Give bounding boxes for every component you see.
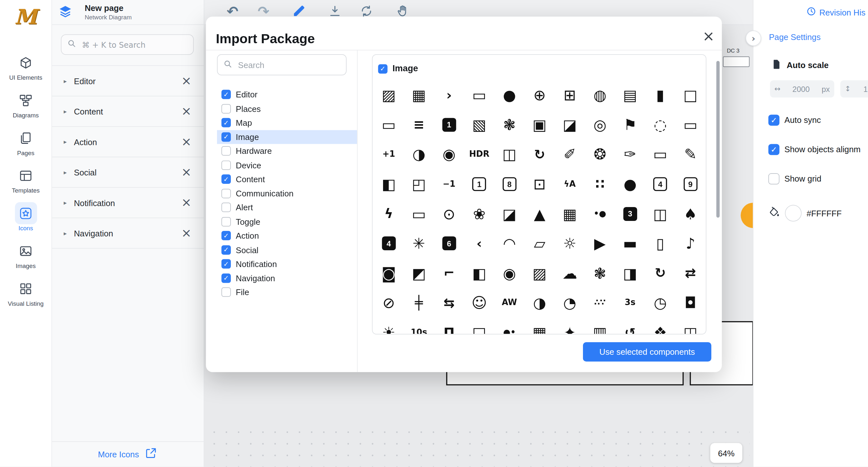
sidebar-item-visual-listing[interactable]: Visual Listing [0,274,52,311]
filter-8-icon[interactable]: 8 [498,173,521,195]
export-icon[interactable] [145,447,157,462]
broken-image-icon[interactable]: ◫ [679,321,702,334]
category-communication[interactable]: Communication [217,186,357,200]
assistant-photo-icon[interactable]: ⚑ [619,114,641,136]
rotate-right-icon[interactable]: ↻ [649,262,671,284]
slideshow-icon[interactable]: ▶ [589,232,611,255]
sidebar-item-pages[interactable]: Pages [0,123,52,161]
checkbox[interactable]: ✓ [221,274,231,283]
wallpaper-icon[interactable]: ◩ [408,262,430,284]
flash-auto-icon[interactable]: ϟA [559,173,581,195]
add-a-photo-icon[interactable]: ⊕ [528,84,551,106]
sidebar-item-images[interactable]: Images [0,236,52,274]
crop-icon[interactable]: ⌐ [438,262,460,284]
wb-cloudy-icon[interactable]: ☁ [559,262,581,284]
category-file[interactable]: File [217,285,357,299]
checkbox[interactable] [221,217,231,226]
photo-size-select-large-icon[interactable]: ◧ [468,262,490,284]
camera-icon[interactable]: ❂ [589,144,611,166]
grain-icon[interactable]: ∷ [589,173,611,195]
category-content[interactable]: ✓ Content [217,172,357,186]
category-social[interactable]: ✓ Social [217,243,357,257]
remove-red-eye-icon[interactable]: ◉ [498,262,521,284]
timer-3-icon[interactable]: 3s [619,292,641,314]
edit-icon[interactable]: ✎ [679,144,702,166]
checkbox[interactable] [221,203,231,212]
category-image[interactable]: ✓ Image [217,130,357,144]
sidebar-item-templates[interactable]: Templates [0,161,52,198]
revision-history-button[interactable]: Revision His [806,6,865,19]
paint-bucket-icon[interactable] [768,206,780,221]
gradient-icon[interactable]: ▧ [468,114,490,136]
burst-mode-icon[interactable]: ▨ [378,84,400,106]
music-note-icon[interactable]: ♪ [679,232,702,255]
checkbox[interactable] [221,287,231,297]
remove-section-icon[interactable]: × [181,105,191,117]
use-selected-components-button[interactable]: Use selected components [583,342,711,362]
modal-search[interactable] [217,54,347,75]
category-alert[interactable]: Alert [217,200,357,215]
remove-section-icon[interactable]: × [181,196,191,209]
canvas-node[interactable] [723,57,749,67]
checkbox[interactable] [221,189,231,198]
panel-section-content[interactable]: ▸ Content × [52,96,204,127]
category-navigation[interactable]: ✓ Navigation [217,271,357,285]
checkbox[interactable]: ✓ [221,90,231,99]
panorama-horizontal-icon[interactable]: ▱ [528,232,551,255]
photo-size-select-small-icon[interactable]: ▭ [408,203,430,225]
remove-section-icon[interactable]: × [181,227,191,239]
grid-off-icon[interactable]: ▦ [559,203,581,225]
blur-linear-icon[interactable]: ▤ [619,84,641,106]
vignette-icon[interactable]: ◘ [679,292,702,314]
straighten-icon[interactable]: Π [438,321,460,334]
transform-icon[interactable]: ⇆ [438,292,460,314]
looks-icon[interactable]: ◠ [498,232,521,255]
checkbox[interactable] [221,160,231,169]
camera-rear-icon[interactable]: ▮ [649,84,671,106]
grid-on-icon[interactable]: ▦ [408,84,430,106]
panel-section-navigation[interactable]: ▸ Navigation × [52,218,204,248]
checkbox[interactable]: ✓ [221,259,231,269]
page-width-input[interactable]: ↔ 2000 px [770,80,834,97]
timelapse-icon[interactable]: ◔ [559,292,581,314]
blur-circular-icon[interactable]: ◍ [589,84,611,106]
photo-icon[interactable]: ◪ [559,114,581,136]
flip-icon[interactable]: ◫ [498,144,521,166]
checkbox[interactable]: ✓ [768,115,779,125]
wb-auto-icon[interactable]: AW [498,292,521,314]
colorize-icon[interactable]: ✑ [619,144,641,166]
portrait-icon[interactable]: ▯ [649,232,671,255]
panel-search[interactable] [61,34,194,55]
checkbox[interactable]: ✓ [221,175,231,184]
timer-off-icon[interactable]: ⊘ [378,292,400,314]
photo-camera-icon[interactable]: ◙ [378,262,400,284]
crop-landscape-icon[interactable]: ▭ [468,84,490,106]
filter-vintage-icon[interactable]: ❀ [468,203,490,225]
photo-filter-icon[interactable]: ✦ [559,321,581,334]
checkbox[interactable] [768,173,779,184]
tune-icon[interactable]: ╪ [408,292,430,314]
category-editor[interactable]: ✓ Editor [217,87,357,102]
checkbox[interactable]: ✓ [768,144,779,155]
page-height-input[interactable]: ↕ 100 [840,80,868,97]
color-swatch[interactable] [785,205,802,222]
center-focus-weak-icon[interactable]: ◎ [589,114,611,136]
looks-4-icon[interactable]: 4 [378,232,400,255]
exposure-neg-1-icon[interactable]: −1 [438,173,460,195]
group-checkbox[interactable]: ✓ [378,64,388,73]
remove-section-icon[interactable]: × [181,166,191,178]
sidebar-item-ui-elements[interactable]: UI Elements [0,48,52,86]
remove-section-icon[interactable]: × [181,136,191,148]
brush-icon[interactable]: ✐ [559,144,581,166]
panel-search-input[interactable] [81,40,183,50]
filter-4-icon[interactable]: 4 [649,173,671,195]
filter-frames-icon[interactable]: ⊡ [528,173,551,195]
category-device[interactable]: Device [217,158,357,172]
flare-icon[interactable]: ✳ [408,232,430,255]
looks-one-icon[interactable]: 1 [438,114,460,136]
exposure-plus-1-icon[interactable]: +1 [378,144,400,166]
looks-6-icon[interactable]: 6 [438,232,460,255]
crop-din-icon[interactable]: □ [679,84,702,106]
lens-icon[interactable]: ● [498,84,521,106]
tag-faces-icon[interactable]: ☺ [468,292,490,314]
